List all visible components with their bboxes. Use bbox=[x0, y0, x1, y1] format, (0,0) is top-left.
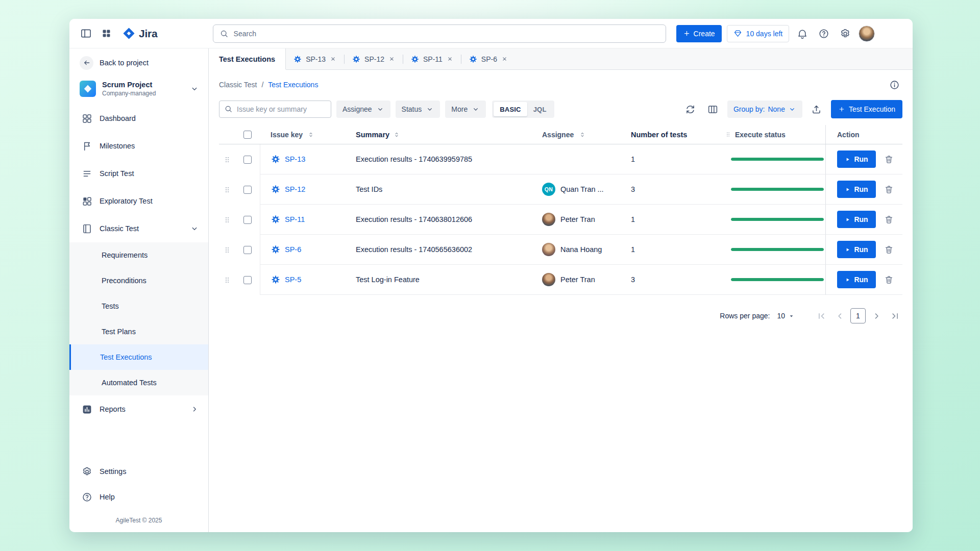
breadcrumb-current[interactable]: Test Executions bbox=[268, 81, 318, 89]
assignee-avatar[interactable] bbox=[542, 243, 555, 256]
issue-summary[interactable]: Execution results - 1740565636002 bbox=[356, 245, 472, 254]
pagination-prev-button[interactable] bbox=[832, 308, 847, 323]
add-test-execution-button[interactable]: Test Execution bbox=[831, 100, 902, 118]
close-icon[interactable] bbox=[501, 56, 508, 62]
run-button[interactable]: Run bbox=[837, 211, 876, 228]
issue-filter-input[interactable] bbox=[219, 101, 331, 118]
issue-key-link[interactable]: SP-5 bbox=[285, 276, 301, 284]
sidebar-item-test-executions[interactable]: Test Executions bbox=[69, 344, 208, 370]
assignee-filter-dropdown[interactable]: Assignee bbox=[336, 101, 390, 118]
refresh-button[interactable] bbox=[682, 101, 699, 117]
trial-days-left-button[interactable]: 10 days left bbox=[727, 25, 790, 42]
delete-button[interactable] bbox=[883, 184, 895, 195]
app-switcher-button[interactable] bbox=[98, 26, 114, 42]
basic-mode-toggle[interactable]: BASIC bbox=[494, 102, 527, 116]
page-info-button[interactable] bbox=[886, 77, 902, 93]
tab-sp-6[interactable]: SP-6 bbox=[461, 48, 516, 69]
settings-button[interactable] bbox=[837, 26, 853, 42]
run-button[interactable]: Run bbox=[837, 241, 876, 258]
tab-sp-11[interactable]: SP-11 bbox=[403, 48, 461, 69]
sidebar-toggle-button[interactable] bbox=[78, 26, 94, 42]
select-all-checkbox[interactable] bbox=[243, 131, 252, 139]
tab-sp-13[interactable]: SP-13 bbox=[286, 48, 344, 69]
sidebar-item-script-test[interactable]: Script Test bbox=[69, 160, 208, 187]
pagination-first-button[interactable] bbox=[814, 308, 829, 323]
group-by-dropdown[interactable]: Group by: None bbox=[727, 101, 802, 118]
more-filter-dropdown[interactable]: More bbox=[445, 101, 486, 118]
issue-key-link[interactable]: SP-13 bbox=[285, 155, 305, 163]
sidebar-item-reports[interactable]: Reports bbox=[69, 395, 208, 423]
row-checkbox[interactable] bbox=[243, 246, 252, 254]
row-drag-handle[interactable] bbox=[219, 265, 235, 295]
delete-button[interactable] bbox=[883, 214, 895, 226]
sidebar-item-preconditions[interactable]: Preconditions bbox=[69, 268, 208, 293]
sidebar-item-test-plans[interactable]: Test Plans bbox=[69, 319, 208, 344]
row-drag-handle[interactable] bbox=[219, 205, 235, 235]
sidebar-item-dashboard[interactable]: Dashboard bbox=[69, 105, 208, 132]
run-button[interactable]: Run bbox=[837, 271, 876, 288]
row-checkbox[interactable] bbox=[243, 216, 252, 224]
create-button[interactable]: Create bbox=[676, 25, 722, 42]
rows-per-page-select[interactable]: 10 bbox=[777, 312, 795, 320]
columns-config-button[interactable] bbox=[705, 101, 721, 117]
tab-sp-12[interactable]: SP-12 bbox=[345, 48, 403, 69]
delete-button[interactable] bbox=[883, 244, 895, 256]
pagination-next-button[interactable] bbox=[869, 308, 884, 323]
sidebar-item-help[interactable]: Help bbox=[69, 484, 208, 510]
sidebar-item-automated-tests[interactable]: Automated Tests bbox=[69, 370, 208, 395]
column-header-execute-status[interactable]: Execute status bbox=[718, 125, 826, 144]
sidebar-item-exploratory-test[interactable]: Exploratory Test bbox=[69, 187, 208, 215]
close-icon[interactable] bbox=[330, 56, 336, 62]
row-drag-handle[interactable] bbox=[219, 235, 235, 265]
project-switcher[interactable]: Scrum Project Company-managed bbox=[69, 73, 208, 105]
close-icon[interactable] bbox=[447, 56, 453, 62]
issue-summary[interactable]: Test IDs bbox=[356, 185, 382, 193]
issue-key-link[interactable]: SP-11 bbox=[285, 215, 305, 223]
run-button[interactable]: Run bbox=[837, 151, 876, 168]
column-header-assignee[interactable]: Assignee bbox=[529, 125, 623, 144]
issue-summary[interactable]: Execution results - 1740638012606 bbox=[356, 215, 472, 223]
user-avatar[interactable] bbox=[859, 26, 875, 42]
sort-icon[interactable] bbox=[579, 131, 586, 138]
assignee-avatar[interactable] bbox=[542, 273, 555, 286]
jql-mode-toggle[interactable]: JQL bbox=[527, 102, 553, 116]
close-icon[interactable] bbox=[388, 56, 395, 62]
sort-icon[interactable] bbox=[307, 131, 314, 138]
issue-summary[interactable]: Test Log-in Feature bbox=[356, 276, 420, 284]
issue-key-link[interactable]: SP-6 bbox=[285, 245, 301, 254]
breadcrumb-parent[interactable]: Classic Test bbox=[219, 81, 257, 89]
issue-summary[interactable]: Execution results - 1740639959785 bbox=[356, 155, 472, 163]
row-drag-handle[interactable] bbox=[219, 174, 235, 205]
pagination-current-page[interactable]: 1 bbox=[850, 308, 866, 323]
back-to-project-button[interactable]: Back to project bbox=[69, 53, 208, 73]
sidebar-item-tests[interactable]: Tests bbox=[69, 293, 208, 319]
tab-test-executions[interactable]: Test Executions bbox=[209, 48, 286, 69]
sort-icon[interactable] bbox=[393, 131, 400, 138]
issue-key-link[interactable]: SP-12 bbox=[285, 185, 305, 193]
jira-logo[interactable]: Jira bbox=[122, 27, 158, 40]
sidebar-item-settings[interactable]: Settings bbox=[69, 459, 208, 484]
drag-handle-icon[interactable] bbox=[725, 131, 731, 138]
run-button[interactable]: Run bbox=[837, 181, 876, 198]
search-icon bbox=[219, 29, 229, 38]
global-search-input[interactable] bbox=[213, 24, 666, 43]
row-drag-handle[interactable] bbox=[219, 144, 235, 174]
assignee-avatar[interactable] bbox=[542, 213, 555, 226]
column-header-number-of-tests[interactable]: Number of tests bbox=[623, 125, 718, 144]
pagination-last-button[interactable] bbox=[887, 308, 902, 323]
sidebar-item-requirements[interactable]: Requirements bbox=[69, 242, 208, 268]
sidebar-item-milestones[interactable]: Milestones bbox=[69, 132, 208, 160]
column-header-issue-key[interactable]: Issue key bbox=[260, 125, 356, 144]
delete-button[interactable] bbox=[883, 274, 895, 286]
column-header-summary[interactable]: Summary bbox=[356, 125, 529, 144]
row-checkbox[interactable] bbox=[243, 186, 252, 194]
notifications-button[interactable] bbox=[794, 26, 811, 42]
status-filter-dropdown[interactable]: Status bbox=[396, 101, 440, 118]
help-button[interactable] bbox=[816, 26, 832, 42]
row-checkbox[interactable] bbox=[243, 156, 252, 164]
row-checkbox[interactable] bbox=[243, 276, 252, 284]
delete-button[interactable] bbox=[883, 154, 895, 165]
export-button[interactable] bbox=[808, 101, 825, 117]
sidebar-item-classic-test[interactable]: Classic Test bbox=[69, 215, 208, 242]
assignee-avatar[interactable]: QN bbox=[542, 183, 555, 196]
